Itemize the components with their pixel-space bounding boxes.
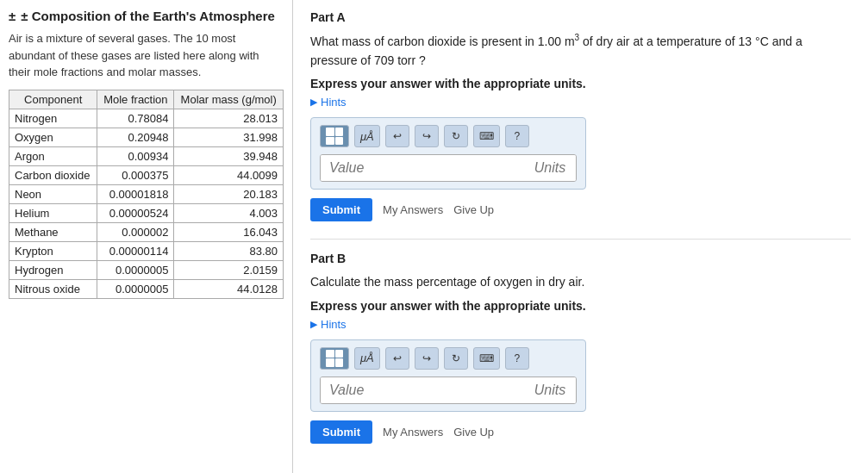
table-cell: Helium: [9, 203, 97, 222]
part-a-hints-link[interactable]: ▶ Hints: [310, 96, 851, 109]
part-b-label: Part B: [310, 252, 851, 265]
part-b-undo-button[interactable]: ↩: [385, 347, 409, 370]
table-cell: 0.00934: [97, 146, 174, 165]
part-b-question: Calculate the mass percentage of oxygen …: [310, 272, 851, 291]
keyboard-b-icon: ⌨: [479, 352, 494, 364]
undo-icon: ↩: [393, 130, 402, 142]
part-b-hints-text: Hints: [321, 318, 347, 331]
part-a-grid-button[interactable]: [320, 125, 349, 147]
section-title-text: ± Composition of the Earth's Atmosphere: [21, 9, 275, 23]
table-cell: Argon: [9, 146, 97, 165]
section-title: ± ± Composition of the Earth's Atmospher…: [9, 9, 284, 23]
table-cell: 44.0099: [174, 165, 284, 184]
col-molar-mass: Molar mass (g/mol): [174, 90, 284, 109]
table-cell: 0.20948: [97, 128, 174, 146]
table-cell: Hydrogen: [9, 260, 97, 279]
part-a-express-answer: Express your answer with the appropriate…: [310, 77, 851, 90]
col-mole-fraction: Mole fraction: [97, 90, 174, 109]
pm-icon: ±: [9, 9, 16, 23]
table-cell: Nitrous oxide: [9, 279, 97, 298]
table-cell: 4.003: [174, 203, 284, 222]
table-cell: Krypton: [9, 241, 97, 260]
table-row: Methane0.00000216.043: [9, 222, 284, 241]
part-a-value-units-row: [320, 154, 577, 182]
part-b-refresh-button[interactable]: ↻: [444, 347, 468, 370]
table-cell: Nitrogen: [9, 109, 97, 128]
table-cell: 28.013: [174, 109, 284, 128]
part-a-toolbar: μÅ ↩ ↪ ↻ ⌨ ?: [320, 125, 577, 147]
part-b-mu-button[interactable]: μÅ: [354, 347, 380, 370]
table-row: Neon0.0000181820.183: [9, 184, 284, 203]
part-b-submit-button[interactable]: Submit: [310, 420, 372, 444]
col-component: Component: [9, 90, 97, 109]
part-a-question: What mass of carbon dioxide is present i…: [310, 31, 851, 70]
table-cell: 20.183: [174, 184, 284, 203]
part-b-value-units-row: [320, 377, 577, 404]
part-a-label: Part A: [310, 10, 851, 24]
part-b-grid-button[interactable]: [320, 347, 349, 370]
hints-arrow-icon: ▶: [310, 96, 317, 108]
table-cell: 0.000375: [97, 165, 174, 184]
table-row: Nitrous oxide0.000000544.0128: [9, 279, 284, 298]
table-row: Nitrogen0.7808428.013: [9, 109, 284, 128]
part-b-redo-button[interactable]: ↪: [415, 347, 439, 370]
table-cell: Methane: [9, 222, 97, 241]
keyboard-icon: ⌨: [479, 130, 494, 142]
part-a-units-input[interactable]: [511, 155, 577, 181]
help-icon: ?: [514, 130, 520, 142]
grid-b-icon: [326, 350, 343, 367]
table-cell: 2.0159: [174, 260, 284, 279]
part-b-value-input[interactable]: [321, 377, 511, 403]
part-divider: [310, 239, 851, 240]
table-cell: 39.948: [174, 146, 284, 165]
part-b-hints-link[interactable]: ▶ Hints: [310, 318, 851, 331]
table-cell: 0.0000005: [97, 279, 174, 298]
part-a-mu-button[interactable]: μÅ: [354, 125, 380, 147]
table-cell: 0.00001818: [97, 184, 174, 203]
part-b-answer-box: μÅ ↩ ↪ ↻ ⌨ ?: [310, 339, 586, 412]
part-b-my-answers-link[interactable]: My Answers: [383, 426, 443, 439]
table-cell: 0.78084: [97, 109, 174, 128]
part-a-refresh-button[interactable]: ↻: [444, 125, 468, 147]
part-a-my-answers-link[interactable]: My Answers: [383, 203, 443, 216]
part-b-section: Part B Calculate the mass percentage of …: [310, 252, 851, 443]
part-b-express-answer: Express your answer with the appropriate…: [310, 299, 851, 313]
part-a-undo-button[interactable]: ↩: [385, 125, 409, 147]
part-a-question-text: What mass of carbon dioxide is present i…: [310, 34, 575, 48]
part-b-help-button[interactable]: ?: [505, 347, 529, 370]
part-b-action-row: Submit My Answers Give Up: [310, 420, 851, 444]
part-a-help-button[interactable]: ?: [505, 125, 529, 147]
part-b-toolbar: μÅ ↩ ↪ ↻ ⌨ ?: [320, 347, 577, 370]
table-row: Carbon dioxide0.00037544.0099: [9, 165, 284, 184]
table-row: Argon0.0093439.948: [9, 146, 284, 165]
part-a-answer-box: μÅ ↩ ↪ ↻ ⌨ ?: [310, 117, 586, 190]
table-cell: Carbon dioxide: [9, 165, 97, 184]
description-text: Air is a mixture of several gases. The 1…: [9, 30, 284, 81]
refresh-icon: ↻: [452, 130, 460, 142]
table-cell: 44.0128: [174, 279, 284, 298]
right-panel: Part A What mass of carbon dioxide is pr…: [293, 0, 868, 473]
table-row: Krypton0.0000011483.80: [9, 241, 284, 260]
part-a-redo-button[interactable]: ↪: [415, 125, 439, 147]
table-row: Oxygen0.2094831.998: [9, 128, 284, 146]
table-cell: 0.00000114: [97, 241, 174, 260]
composition-table: Component Mole fraction Molar mass (g/mo…: [9, 90, 284, 299]
part-a-value-input[interactable]: [321, 155, 511, 181]
table-cell: 16.043: [174, 222, 284, 241]
grid-icon: [326, 128, 343, 145]
mu-label: μÅ: [360, 130, 374, 143]
undo-b-icon: ↩: [393, 352, 402, 364]
redo-b-icon: ↪: [422, 352, 431, 364]
part-a-submit-button[interactable]: Submit: [310, 198, 372, 221]
part-b-give-up-link[interactable]: Give Up: [453, 426, 494, 439]
part-a-give-up-link[interactable]: Give Up: [453, 203, 494, 216]
redo-icon: ↪: [422, 130, 431, 142]
part-a-section: Part A What mass of carbon dioxide is pr…: [310, 10, 851, 221]
help-b-icon: ?: [514, 352, 520, 364]
part-b-units-input[interactable]: [511, 377, 577, 403]
left-panel: ± ± Composition of the Earth's Atmospher…: [0, 0, 293, 473]
table-cell: 0.000002: [97, 222, 174, 241]
table-row: Hydrogen0.00000052.0159: [9, 260, 284, 279]
part-b-keyboard-button[interactable]: ⌨: [473, 347, 500, 370]
part-a-keyboard-button[interactable]: ⌨: [473, 125, 500, 147]
